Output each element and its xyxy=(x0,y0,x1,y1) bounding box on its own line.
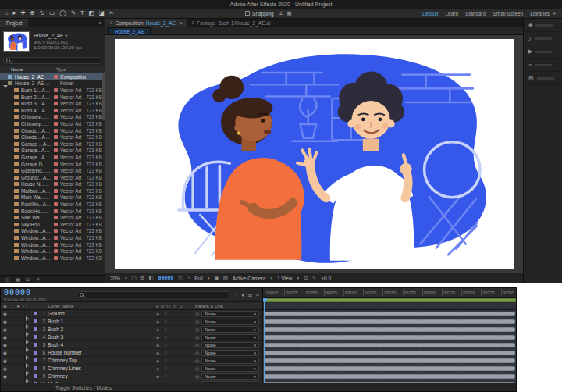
audio-icon[interactable]: ♪ xyxy=(11,304,13,308)
eye-icon[interactable]: ◉ xyxy=(3,358,11,363)
timeline-layer-row[interactable]: ◉ 9 Chimney ◆ / ◎ None ▾ xyxy=(1,372,262,380)
current-timecode[interactable]: 00000 xyxy=(4,289,73,297)
avsl-cells[interactable] xyxy=(11,326,25,333)
layer-duration-bar[interactable] xyxy=(264,335,515,340)
viewer-comp-tab[interactable]: House_2_AE xyxy=(108,27,151,34)
avsl-cells[interactable] xyxy=(11,349,25,356)
eye-icon[interactable]: ◉ xyxy=(3,304,7,308)
pickwhip-icon[interactable]: ◎ xyxy=(195,342,199,347)
roi-icon[interactable]: ▣ xyxy=(214,275,219,281)
label-color-swatch[interactable] xyxy=(54,148,58,152)
project-item-row[interactable]: Mailbox...AE.ai Vector Art 723 KB xyxy=(0,187,105,194)
project-item-row[interactable]: Gates/Ho...AE.ai Vector Art 723 KB xyxy=(0,167,105,174)
project-item-row[interactable]: Garage...AE.ai Vector Art 723 KB xyxy=(0,154,105,161)
avsl-cells[interactable] xyxy=(11,365,25,372)
label-chip[interactable] xyxy=(34,358,37,362)
project-item-row[interactable]: Bush 1/...AE.ai Vector Art 723 KB xyxy=(0,87,105,94)
label-color-swatch[interactable] xyxy=(54,95,58,99)
label-color-swatch[interactable] xyxy=(54,135,58,139)
label-chip[interactable] xyxy=(34,327,37,331)
project-item-row[interactable]: House N...AE.ai Vector Art 723 KB xyxy=(0,181,105,188)
selection-tool-icon[interactable]: ▸ xyxy=(13,9,16,18)
pickwhip-icon[interactable]: ◎ xyxy=(195,350,199,355)
tab-footage[interactable]: ≡ Footage Bush 1/House_2_AE.ai xyxy=(187,19,276,27)
mask-visibility-icon[interactable]: ◧ xyxy=(148,275,153,281)
playhead-line[interactable] xyxy=(264,298,265,383)
project-item-row[interactable]: Ground/...AE.ai Vector Art 723 KB xyxy=(0,174,105,181)
pickwhip-icon[interactable]: ◎ xyxy=(195,311,199,316)
label-color-swatch[interactable] xyxy=(54,102,58,105)
label-chip[interactable] xyxy=(34,374,37,378)
label-color-swatch[interactable] xyxy=(54,129,58,133)
label-color-swatch[interactable] xyxy=(54,229,58,233)
label-chip[interactable] xyxy=(34,335,37,339)
eye-icon[interactable]: ◉ xyxy=(3,312,11,316)
project-item-row[interactable]: Chimney...AE.ai Vector Art 723 KB xyxy=(0,120,105,127)
project-item-row[interactable]: Window...AE.ai Vector Art 723 KB xyxy=(0,234,105,241)
label-color-swatch[interactable] xyxy=(54,155,58,159)
timeline-layer-row[interactable]: ◉ 2 Bush 1 ◆ / ◎ None ▾ xyxy=(1,318,262,326)
project-item-row[interactable]: Window...AE.ai Vector Art 723 KB xyxy=(0,248,105,255)
eye-icon[interactable]: ◉ xyxy=(3,351,11,355)
layer-duration-bar[interactable] xyxy=(264,343,515,347)
layer-name[interactable]: Bush 1 xyxy=(48,319,156,324)
layer-name[interactable]: Ground xyxy=(48,311,156,316)
label-chip[interactable] xyxy=(34,366,37,370)
label-color-swatch[interactable] xyxy=(54,216,58,219)
pan-behind-tool-icon[interactable]: ▭ xyxy=(49,9,55,18)
work-area-bar[interactable] xyxy=(263,298,516,302)
timeline-layer-row[interactable]: ◉ 5 Bush 4 ◆ / ◎ None ▾ xyxy=(1,341,262,349)
draft-3d-icon[interactable]: ♦ xyxy=(241,292,244,298)
type-tool-icon[interactable]: T xyxy=(80,9,84,18)
eye-icon[interactable]: ◉ xyxy=(3,343,11,347)
label-color-swatch[interactable] xyxy=(54,142,58,146)
pickwhip-icon[interactable]: ◎ xyxy=(195,358,199,363)
parent-dropdown[interactable]: None ▾ xyxy=(201,373,259,380)
avsl-cells[interactable] xyxy=(11,357,25,364)
project-item-row[interactable]: Clouds ...AE.ai Vector Art 723 KB xyxy=(0,134,105,141)
toggle-switches-modes[interactable]: Toggle Switches / Modes xyxy=(55,385,112,390)
label-chip[interactable] xyxy=(34,343,37,347)
layer-name[interactable]: House Number xyxy=(48,350,156,355)
motion-blur-icon[interactable]: ≡ xyxy=(256,292,259,298)
timeline-search-input[interactable] xyxy=(86,293,229,298)
layer-duration-bar[interactable] xyxy=(264,312,515,316)
layer-switches[interactable]: ◆ / xyxy=(156,374,195,379)
eye-icon[interactable]: ◉ xyxy=(3,335,11,340)
hand-tool-icon[interactable]: ✚ xyxy=(20,9,25,18)
layer-switches[interactable]: ◆ / xyxy=(156,319,195,324)
layer-switches[interactable]: ◆ / xyxy=(156,351,195,355)
timeline-layer-row[interactable]: ◉ 4 Bush 3 ◆ / ◎ None ▾ xyxy=(1,333,262,341)
workspace-item[interactable]: Standard xyxy=(465,11,486,16)
pen-tool-icon[interactable]: ✎ xyxy=(71,9,76,18)
layer-duration-bar[interactable] xyxy=(264,358,515,363)
timeline-layer-row[interactable]: ◉ 3 Bush 2 ◆ / ◎ None ▾ xyxy=(1,326,262,333)
workspace-item[interactable]: Learn xyxy=(445,11,458,16)
time-ruler[interactable]: 0000000025000500007500100001250015000175… xyxy=(263,288,516,298)
layer-name[interactable]: Chimney Top xyxy=(48,358,156,363)
eraser-tool-icon[interactable]: ✂ xyxy=(109,9,114,18)
libraries-panel-icon[interactable]: ▤ xyxy=(524,72,562,85)
transparency-grid-icon[interactable]: ▨ xyxy=(223,275,228,281)
zoom-level[interactable]: 20% xyxy=(110,276,120,281)
workspace-item[interactable]: Default xyxy=(422,11,439,16)
camera-dropdown[interactable]: Active Camera xyxy=(233,276,266,281)
label-chip[interactable] xyxy=(34,319,37,323)
composition-name[interactable]: House_2_AE xyxy=(34,33,63,38)
layer-duration-bar[interactable] xyxy=(264,319,515,324)
label-color-swatch[interactable] xyxy=(54,162,58,166)
timeline-layer-row[interactable]: ◉ 1 Ground ◆ / ◎ None ▾ xyxy=(1,310,262,318)
project-search-input[interactable] xyxy=(12,59,101,63)
composition-canvas[interactable] xyxy=(115,39,514,269)
timeline-layer-row[interactable]: ◉ 8 Chimney Lines ◆ / ◎ None xyxy=(1,365,262,372)
snapshot-icon[interactable]: ◫ xyxy=(178,275,183,281)
parent-dropdown[interactable]: None ▾ xyxy=(201,342,259,348)
layer-switches[interactable]: ◆ / xyxy=(156,343,195,347)
project-item-row[interactable]: Window...AE.ai Vector Art 723 KB xyxy=(0,255,105,262)
parent-dropdown[interactable]: None ▾ xyxy=(201,350,259,356)
interpret-footage-icon[interactable]: ◫ xyxy=(5,276,9,282)
layer-name[interactable]: Bush 3 xyxy=(48,334,156,340)
more-workspaces-icon[interactable]: » xyxy=(553,11,556,16)
project-scrollbar[interactable] xyxy=(102,73,105,120)
effects-presets-panel-icon[interactable]: ≡ xyxy=(524,59,562,72)
